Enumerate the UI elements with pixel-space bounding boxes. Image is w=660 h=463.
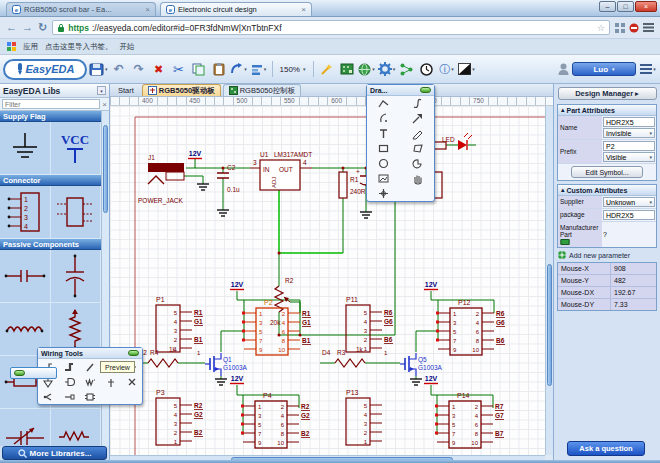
- schematic-text[interactable]: Q1: [223, 356, 232, 364]
- drag-hand-icon[interactable]: [401, 171, 435, 186]
- schematic-wire[interactable]: [395, 190, 402, 335]
- schematic-text[interactable]: B7: [495, 430, 504, 437]
- net-port-icon[interactable]: [59, 374, 80, 389]
- schematic-text[interactable]: 1: [453, 311, 457, 317]
- led-symbol[interactable]: [468, 135, 472, 139]
- schematic-text[interactable]: D4: [322, 349, 331, 356]
- schematic-text[interactable]: 5: [174, 310, 178, 316]
- bus-entry-icon[interactable]: [80, 359, 101, 374]
- filter-clear-icon[interactable]: ×: [102, 100, 107, 109]
- prefix-input[interactable]: [603, 141, 655, 151]
- panel-menu-button[interactable]: ▾: [639, 59, 657, 79]
- schematic-text[interactable]: P11: [346, 296, 358, 303]
- schematic-text[interactable]: 3: [453, 320, 457, 326]
- pencil-icon[interactable]: [401, 126, 435, 141]
- schematic-wire[interactable]: [221, 331, 244, 352]
- save-button[interactable]: ▾: [89, 59, 108, 79]
- pcb-convert-button[interactable]: [338, 59, 356, 79]
- schematic-text[interactable]: LED: [442, 136, 455, 143]
- schematic-text[interactable]: 12V: [231, 281, 244, 288]
- ellipse-icon[interactable]: [367, 156, 401, 171]
- libs-header-select[interactable]: EasyEDA Libs ▾: [0, 84, 109, 98]
- easyeda-logo[interactable]: EasyEDA: [3, 59, 87, 80]
- v5-flag-icon[interactable]: [100, 374, 121, 389]
- schematic-text[interactable]: Q5: [418, 356, 427, 364]
- led-symbol[interactable]: [458, 140, 467, 150]
- schematic-text[interactable]: P1: [156, 296, 165, 303]
- pie-icon[interactable]: [401, 156, 435, 171]
- bus-icon[interactable]: [59, 359, 80, 374]
- edit-symbol-button[interactable]: Edit Symbol...: [571, 166, 643, 178]
- schematic-text[interactable]: 1k: [169, 346, 177, 353]
- schematic-text[interactable]: 240R: [350, 188, 366, 195]
- adblock-extension-icon[interactable]: [629, 23, 639, 33]
- schematic-text[interactable]: 4: [475, 413, 479, 419]
- junction-pad[interactable]: [436, 339, 439, 342]
- bookmark-star-icon[interactable]: ☆: [597, 23, 605, 33]
- schematic-text[interactable]: 1: [258, 404, 262, 410]
- schematic-text[interactable]: R3: [337, 349, 346, 356]
- apps-grid-icon[interactable]: [7, 42, 16, 51]
- schematic-text[interactable]: 5: [452, 422, 456, 428]
- schematic-text[interactable]: G6: [496, 319, 505, 326]
- resistor[interactable]: [148, 359, 178, 367]
- schematic-text[interactable]: B1: [302, 337, 311, 344]
- schematic-text[interactable]: B6: [384, 336, 393, 343]
- schematic-text[interactable]: P12: [458, 299, 471, 306]
- user-menu-button[interactable]: Luo▾: [572, 62, 636, 76]
- more-libraries-button[interactable]: More Libraries...: [2, 446, 107, 460]
- power-jack-symbol[interactable]: [148, 163, 184, 172]
- schematic-text[interactable]: 3: [174, 421, 178, 427]
- power-jack-symbol[interactable]: [148, 176, 164, 184]
- schematic-text[interactable]: 5: [258, 422, 262, 428]
- junction-pad[interactable]: [435, 432, 438, 435]
- schematic-text[interactable]: 5: [259, 329, 263, 335]
- schematic-wire[interactable]: [290, 302, 300, 335]
- schematic-text[interactable]: 4: [476, 320, 480, 326]
- browser-menu-icon[interactable]: [643, 23, 654, 32]
- window-close-button[interactable]: ×: [635, 1, 657, 12]
- lib-item-capacitor-polar[interactable]: [51, 250, 102, 303]
- rotate-button[interactable]: ▾: [230, 59, 248, 79]
- schematic-text[interactable]: 12V: [189, 150, 202, 157]
- canvas-vscrollbar-thumb[interactable]: [547, 264, 552, 386]
- schematic-text[interactable]: R2: [285, 277, 294, 284]
- part-attributes-header[interactable]: ▴Part Attributes: [558, 105, 656, 116]
- schematic-text[interactable]: 2: [281, 404, 285, 410]
- schematic-text[interactable]: POWER_JACK: [138, 197, 183, 205]
- schematic-text[interactable]: 12V: [231, 375, 244, 382]
- resistor[interactable]: [335, 359, 365, 367]
- redo-button[interactable]: ↷: [130, 59, 148, 79]
- schematic-text[interactable]: R6: [496, 310, 505, 317]
- theme-button[interactable]: ▾: [458, 59, 476, 79]
- schematic-text[interactable]: 3: [259, 320, 263, 326]
- schematic-text[interactable]: R2: [194, 402, 203, 409]
- schematic-text[interactable]: 2: [282, 311, 286, 317]
- schematic-text[interactable]: 1: [259, 311, 263, 317]
- schematic-text[interactable]: P2: [264, 299, 273, 306]
- schematic-canvas[interactable]: 12V5V12V12V12V12VADJP154321P1154321P3543…: [110, 106, 545, 455]
- schematic-text[interactable]: 9: [258, 440, 262, 446]
- schematic-text[interactable]: 10: [472, 347, 479, 353]
- schematic-text[interactable]: R2: [301, 403, 310, 410]
- schematic-text[interactable]: 1: [364, 439, 368, 445]
- design-manager-button[interactable]: Design Manager▸: [558, 87, 657, 100]
- regulator-body[interactable]: [260, 160, 300, 190]
- supplier-select[interactable]: Unknown▾: [603, 197, 655, 207]
- chevron-down-icon[interactable]: ▾: [97, 86, 106, 95]
- mpn-value[interactable]: ?: [603, 231, 655, 238]
- schematic-text[interactable]: 8: [281, 431, 285, 437]
- schematic-text[interactable]: 1: [364, 346, 368, 352]
- vcc-flag-icon[interactable]: [80, 374, 101, 389]
- bookmarks-apps-label[interactable]: 应用: [23, 42, 38, 52]
- schematic-text[interactable]: 3: [174, 328, 178, 334]
- image-icon[interactable]: [367, 171, 401, 186]
- junction-pad[interactable]: [241, 405, 244, 408]
- globe-button[interactable]: ▾: [358, 59, 376, 79]
- mosfet[interactable]: [214, 353, 221, 359]
- schematic-text[interactable]: R7: [495, 403, 504, 410]
- copy-button[interactable]: [190, 59, 208, 79]
- lib-item-resistor-preset[interactable]: [51, 409, 102, 446]
- junction-pad[interactable]: [435, 405, 438, 408]
- text-tool-icon[interactable]: [367, 126, 401, 141]
